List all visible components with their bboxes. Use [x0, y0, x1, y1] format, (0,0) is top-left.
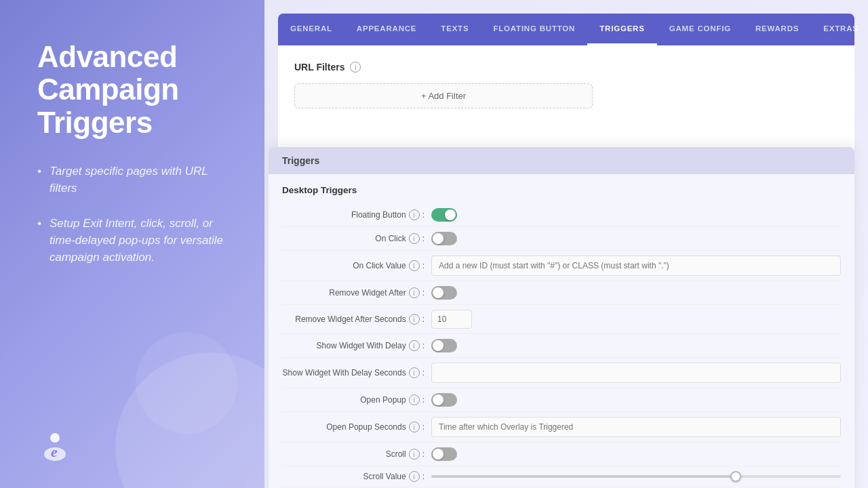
tab-game-config[interactable]: GAME CONFIG: [657, 14, 743, 45]
tab-rewards[interactable]: REWARDS: [743, 14, 811, 45]
desktop-open-popup-toggle[interactable]: [431, 393, 841, 407]
desktop-scroll-toggle[interactable]: [431, 447, 841, 461]
nav-tabs: GENERAL APPEARANCE TEXTS FLOATING BUTTON…: [278, 14, 854, 45]
toggle-desktop-floating[interactable]: [431, 208, 457, 222]
desktop-floating-button-label: Floating Button i :: [282, 209, 431, 220]
desktop-scroll-slider[interactable]: [431, 475, 841, 478]
desktop-scroll-row: Scroll i :: [282, 443, 841, 466]
desktop-scroll-label: Scroll i :: [282, 449, 431, 460]
content-area: URL Filters i + Add Filter: [278, 45, 854, 154]
bullet-item-1: Target specific pages with URL filters: [37, 163, 237, 197]
desktop-remove-widget-label: Remove Widget After i :: [282, 287, 431, 298]
url-filters-header: URL Filters i: [294, 62, 838, 73]
desktop-scroll-value-range[interactable]: [431, 475, 841, 478]
desktop-floating-button-row: Floating Button i :: [282, 203, 841, 227]
add-filter-button[interactable]: + Add Filter: [294, 83, 593, 108]
feature-list: Target specific pages with URL filters S…: [37, 163, 237, 461]
desktop-open-popup-seconds-info-icon[interactable]: i: [409, 422, 420, 432]
desktop-open-popup-row: Open Popup i :: [282, 388, 841, 412]
desktop-remove-widget-seconds-row: Remove Widget After Seconds i :: [282, 305, 841, 334]
tab-extras[interactable]: EXTRAS: [811, 14, 868, 45]
desktop-show-delay-info-icon[interactable]: i: [409, 340, 420, 351]
page-title: Advanced Campaign Triggers: [37, 41, 237, 139]
toggle-desktop-on-click[interactable]: [431, 232, 457, 245]
bullet-item-2: Setup Exit Intent, click, scroll, or tim…: [37, 216, 237, 266]
desktop-remove-widget-row: Remove Widget After i :: [282, 281, 841, 305]
desktop-show-delay-seconds-label: Show Widget With Delay Seconds i :: [282, 367, 431, 378]
toggle-desktop-remove-widget[interactable]: [431, 286, 457, 300]
tab-floating-button[interactable]: FLOATING BUTTON: [481, 14, 587, 45]
desktop-scroll-info-icon[interactable]: i: [409, 449, 420, 460]
desktop-open-popup-seconds-label: Open Popup Seconds i :: [282, 422, 431, 432]
desktop-remove-widget-seconds-field[interactable]: [431, 310, 472, 329]
desktop-remove-widget-toggle[interactable]: [431, 286, 841, 300]
desktop-on-click-value-input[interactable]: [431, 256, 841, 276]
desktop-remove-widget-seconds-input[interactable]: [431, 310, 841, 329]
logo-icon: e: [37, 428, 73, 464]
right-panel: GENERAL APPEARANCE TEXTS FLOATING BUTTON…: [264, 0, 868, 488]
desktop-remove-widget-seconds-info-icon[interactable]: i: [409, 314, 420, 325]
toggle-desktop-scroll[interactable]: [431, 447, 457, 461]
desktop-open-popup-label: Open Popup i :: [282, 394, 431, 405]
triggers-panel: Triggers Desktop Triggers Floating Butto…: [269, 147, 854, 488]
desktop-show-delay-seconds-field[interactable]: [431, 363, 841, 383]
desktop-floating-button-toggle[interactable]: [431, 208, 841, 222]
desktop-on-click-value-field[interactable]: [431, 256, 841, 276]
desktop-open-popup-seconds-input[interactable]: [431, 417, 841, 437]
desktop-on-click-info-icon[interactable]: i: [409, 233, 420, 244]
desktop-show-delay-row: Show Widget With Delay i :: [282, 334, 841, 358]
desktop-on-click-toggle[interactable]: [431, 232, 841, 245]
desktop-scroll-value-row: Scroll Value i :: [282, 466, 841, 487]
desktop-on-click-value-row: On Click Value i :: [282, 251, 841, 281]
tab-triggers[interactable]: TRIGGERS: [587, 14, 656, 45]
url-filters-title: URL Filters: [294, 62, 344, 73]
desktop-on-click-value-label: On Click Value i :: [282, 260, 431, 271]
desktop-on-click-value-info-icon[interactable]: i: [409, 260, 420, 271]
desktop-open-popup-seconds-row: Open Popup Seconds i :: [282, 412, 841, 443]
left-panel: Advanced Campaign Triggers Target specif…: [0, 0, 264, 488]
desktop-remove-widget-seconds-label: Remove Widget After Seconds i :: [282, 314, 431, 325]
url-filters-info-icon[interactable]: i: [350, 62, 361, 73]
svg-text:e: e: [51, 443, 58, 460]
desktop-open-popup-seconds-field[interactable]: [431, 417, 841, 437]
tab-appearance[interactable]: APPEARANCE: [344, 14, 429, 45]
logo-area: e: [37, 428, 73, 464]
triggers-panel-body: Desktop Triggers Floating Button i :: [269, 174, 854, 488]
desktop-show-delay-seconds-info-icon[interactable]: i: [409, 367, 420, 378]
desktop-on-click-label: On Click i :: [282, 233, 431, 244]
triggers-panel-header: Triggers: [269, 147, 854, 174]
desktop-remove-widget-info-icon[interactable]: i: [409, 287, 420, 298]
desktop-show-delay-toggle[interactable]: [431, 339, 841, 352]
desktop-scroll-value-info-icon[interactable]: i: [409, 471, 420, 482]
desktop-section-title: Desktop Triggers: [282, 185, 841, 195]
desktop-scroll-value-label: Scroll Value i :: [282, 471, 431, 482]
desktop-show-delay-seconds-input[interactable]: [431, 363, 841, 383]
desktop-on-click-row: On Click i :: [282, 227, 841, 251]
desktop-show-delay-label: Show Widget With Delay i :: [282, 340, 431, 351]
toggle-desktop-open-popup[interactable]: [431, 393, 457, 407]
tab-texts[interactable]: TEXTS: [429, 14, 481, 45]
toggle-desktop-show-delay[interactable]: [431, 339, 457, 352]
tab-general[interactable]: GENERAL: [278, 14, 344, 45]
desktop-floating-button-info-icon[interactable]: i: [409, 209, 420, 220]
desktop-show-delay-seconds-row: Show Widget With Delay Seconds i :: [282, 358, 841, 388]
svg-point-0: [50, 433, 60, 443]
desktop-open-popup-info-icon[interactable]: i: [409, 394, 420, 405]
